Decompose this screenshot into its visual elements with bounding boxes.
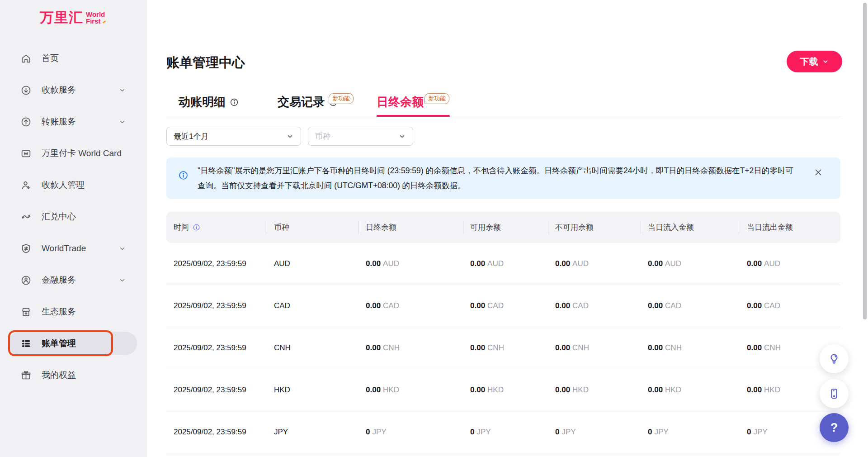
billing-icon xyxy=(20,338,32,349)
transfer-icon xyxy=(20,116,32,128)
cell-eod-balance: 0.00CAD xyxy=(359,301,463,310)
currency-select[interactable]: 币种 xyxy=(308,127,413,146)
benefits-icon xyxy=(20,370,32,381)
logo-cn: 万里汇 xyxy=(40,8,83,27)
ecosystem-icon xyxy=(20,306,32,318)
cell-currency: HKD xyxy=(267,386,359,395)
help-floating-button[interactable]: ? xyxy=(820,413,849,442)
cell-eod-balance: 0JPY xyxy=(359,428,463,437)
transfer-icon xyxy=(20,116,32,128)
page-title: 账单管理中心 xyxy=(166,54,245,72)
cell-daily-outflow: 0.00AUD xyxy=(740,259,840,268)
worldtrade-icon xyxy=(20,243,32,254)
table-header-cell: 当日流出金额 xyxy=(740,212,840,243)
table-header-cell: 时间 xyxy=(166,212,267,243)
cell-available-balance: 0JPY xyxy=(463,428,548,437)
sidebar-item-benefits[interactable]: 我的权益 xyxy=(0,359,147,391)
sidebar-item-transfer[interactable]: 转账服务 xyxy=(0,106,147,138)
worldtrade-icon xyxy=(20,243,32,254)
cell-daily-inflow: 0.00AUD xyxy=(641,259,740,268)
chevron-down-icon xyxy=(118,118,126,126)
logo-en: World First xyxy=(86,11,105,24)
banner-text: "日终余额"展示的是您万里汇账户下各币种的日终时间 (23:59:59) 的余额… xyxy=(198,163,797,193)
mobile-icon xyxy=(827,387,841,400)
cell-currency: AUD xyxy=(267,259,359,268)
chevron-down-icon xyxy=(822,58,829,65)
sidebar-item-ecosystem[interactable]: 生态服务 xyxy=(0,296,147,328)
cell-eod-balance: 0.00CNH xyxy=(359,343,463,352)
tab-2[interactable]: 交易记录新功能 xyxy=(278,94,338,117)
close-icon[interactable] xyxy=(813,167,823,177)
sidebar-item-finance[interactable]: 金融服务 xyxy=(0,264,147,296)
tips-floating-button[interactable] xyxy=(820,344,849,373)
logo-accent xyxy=(103,20,106,24)
sidebar-item-billing[interactable]: 账单管理 xyxy=(0,328,147,359)
info-banner: "日终余额"展示的是您万里汇账户下各币种的日终时间 (23:59:59) 的余额… xyxy=(166,157,840,199)
table-header-row: 时间币种日终余额可用余额不可用余额当日流入金额当日流出金额 xyxy=(166,212,840,243)
table-body: 2025/09/02, 23:59:59 AUD 0.00AUD 0.00AUD… xyxy=(166,243,840,453)
payee-icon xyxy=(20,180,32,191)
tab-1[interactable]: 动账明细 xyxy=(179,94,239,117)
world-card-icon xyxy=(20,148,32,159)
world-card-icon xyxy=(20,148,32,159)
scrollbar[interactable] xyxy=(863,3,867,319)
info-icon[interactable] xyxy=(193,224,200,231)
cell-daily-inflow: 0.00HKD xyxy=(641,386,740,395)
cell-daily-inflow: 0.00CAD xyxy=(641,301,740,310)
balance-table: 时间币种日终余额可用余额不可用余额当日流入金额当日流出金额 2025/09/02… xyxy=(166,212,840,453)
chevron-down-icon xyxy=(118,276,126,284)
table-row: 2025/09/02, 23:59:59 CNH 0.00CNH 0.00CNH… xyxy=(166,327,840,369)
sidebar-item-home[interactable]: 首页 xyxy=(0,43,147,74)
sidebar-item-payee[interactable]: 收款人管理 xyxy=(0,169,147,201)
table-header-cell: 不可用余额 xyxy=(548,212,641,243)
home-icon xyxy=(20,53,32,64)
sidebar-item-worldtrade[interactable]: WorldTrade xyxy=(0,233,147,264)
cell-available-balance: 0.00CNH xyxy=(463,343,548,352)
cell-available-balance: 0.00CAD xyxy=(463,301,548,310)
cell-currency: CNH xyxy=(267,343,359,352)
help-icon: ? xyxy=(830,421,838,435)
chevron-down-icon xyxy=(118,86,126,94)
table-header-cell: 可用余额 xyxy=(463,212,548,243)
cell-eod-balance: 0.00HKD xyxy=(359,386,463,395)
exchange-icon xyxy=(20,211,32,223)
worldfirst-logo: 万里汇 World First xyxy=(40,8,105,27)
finance-icon xyxy=(20,275,32,286)
home-icon xyxy=(20,53,32,64)
sidebar-item-receive[interactable]: 收款服务 xyxy=(0,74,147,106)
main-content: 账单管理中心 下载 动账明细交易记录新功能日终余额新功能 最近1个月 币种 "日… xyxy=(147,0,868,457)
payee-icon xyxy=(20,180,32,191)
new-feature-badge: 新功能 xyxy=(425,93,449,104)
billing-icon xyxy=(20,338,32,349)
mobile-app-floating-button[interactable] xyxy=(820,379,849,408)
cell-time: 2025/09/02, 23:59:59 xyxy=(166,301,267,310)
tab-divider xyxy=(166,117,840,117)
sidebar-item-world-card[interactable]: 万里付卡 World Card xyxy=(0,138,147,169)
table-download-button[interactable]: 下载 xyxy=(787,51,842,72)
table-header-cell: 当日流入金额 xyxy=(641,212,740,243)
cell-available-balance: 0.00HKD xyxy=(463,386,548,395)
cell-time: 2025/09/02, 23:59:59 xyxy=(166,386,267,395)
table-row: 2025/09/02, 23:59:59 HKD 0.00HKD 0.00HKD… xyxy=(166,369,840,411)
receive-icon xyxy=(20,85,32,96)
tab-3[interactable]: 日终余额新功能 xyxy=(377,94,450,117)
table-header-cell: 日终余额 xyxy=(359,212,463,243)
table-row: 2025/09/02, 23:59:59 JPY 0JPY 0JPY 0JPY … xyxy=(166,411,840,453)
receive-icon xyxy=(20,85,32,96)
chevron-down-icon xyxy=(286,133,294,140)
cell-time: 2025/09/02, 23:59:59 xyxy=(166,343,267,352)
cell-eod-balance: 0.00AUD xyxy=(359,259,463,268)
sidebar: 万里汇 World First 首页 收款服务 转账服务 万里付卡 World … xyxy=(0,0,147,457)
cell-unavailable-balance: 0JPY xyxy=(548,428,641,437)
chevron-down-icon xyxy=(398,133,406,140)
date-range-select[interactable]: 最近1个月 xyxy=(166,127,301,146)
exchange-icon xyxy=(20,211,32,223)
ecosystem-icon xyxy=(20,306,32,318)
info-icon xyxy=(230,98,239,107)
lightbulb-icon xyxy=(827,352,841,366)
cell-currency: JPY xyxy=(267,428,359,437)
sidebar-nav: 首页 收款服务 转账服务 万里付卡 World Card 收款人管理 汇兑中心 … xyxy=(0,43,147,391)
cell-time: 2025/09/02, 23:59:59 xyxy=(166,259,267,268)
new-feature-badge: 新功能 xyxy=(329,93,354,104)
sidebar-item-exchange[interactable]: 汇兑中心 xyxy=(0,201,147,233)
